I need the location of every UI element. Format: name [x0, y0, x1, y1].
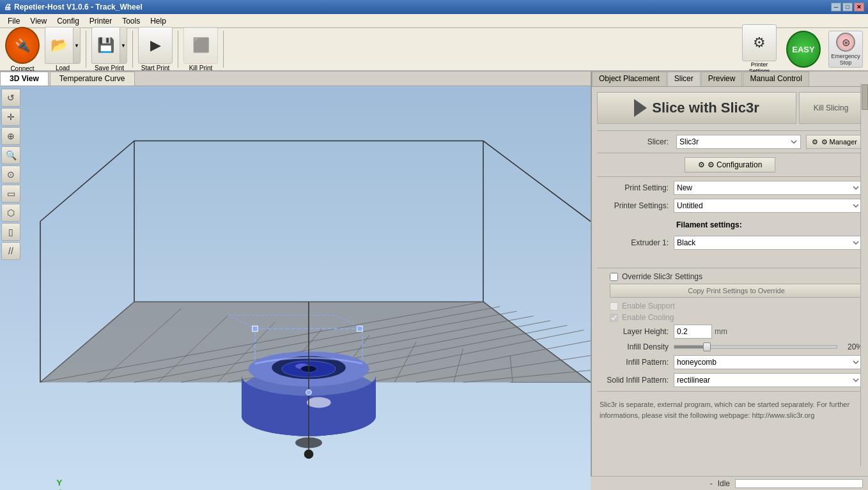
- printer-settings-icon: ⚙: [753, 34, 766, 51]
- title-bar-controls: ─ □ ✕: [831, 3, 864, 11]
- view-front-button[interactable]: ▯: [1, 223, 20, 241]
- slice-button[interactable]: Slice with Slic3r: [597, 92, 796, 124]
- view-3d-button[interactable]: ⬡: [1, 204, 20, 222]
- tab-3d-view[interactable]: 3D View: [0, 72, 49, 86]
- close-button[interactable]: ✕: [854, 3, 864, 11]
- filament-header-row: Filament settings:: [597, 217, 863, 232]
- start-print-button[interactable]: ▶: [138, 27, 173, 64]
- slider-thumb[interactable]: [703, 342, 711, 351]
- scrollbar[interactable]: [860, 83, 868, 466]
- config-gear-icon: ⚙: [698, 160, 705, 169]
- save-print-label: Save Print: [95, 65, 124, 72]
- connect-icon: 🔌: [15, 38, 31, 53]
- load-icon: 📂: [50, 37, 68, 54]
- manager-button[interactable]: ⚙ ⚙ Manager: [806, 135, 863, 149]
- grid-button[interactable]: //: [1, 242, 20, 260]
- copy-settings-row: Copy Print Settings to Override: [597, 284, 863, 298]
- connect-button[interactable]: 🔌: [5, 27, 40, 64]
- load-dropdown[interactable]: ▼: [73, 27, 81, 64]
- tab-temperature-curve[interactable]: Temperature Curve: [50, 72, 135, 86]
- layer-height-input-group: mm: [674, 325, 727, 339]
- layer-height-row: Layer Height: mm: [597, 325, 863, 339]
- slicer-select[interactable]: Slic3r: [676, 135, 801, 149]
- enable-support-row: Enable Support: [597, 302, 863, 310]
- infill-density-value: 20%: [840, 342, 863, 351]
- enable-cooling-checkbox[interactable]: [610, 314, 618, 322]
- override-checkbox[interactable]: [610, 273, 618, 281]
- side-tools: ↺ ✛ ⊕ 🔍 ⊙ ▭ ⬡ ▯ //: [1, 89, 20, 260]
- gear-icon: ⚙: [812, 138, 818, 146]
- zoom-fit-button[interactable]: ⊙: [1, 165, 20, 183]
- scrollbar-thumb[interactable]: [862, 84, 868, 110]
- minimize-button[interactable]: ─: [831, 3, 841, 11]
- view-2d-button[interactable]: ▭: [1, 185, 20, 203]
- infill-pattern-label: Infill Pattern:: [597, 358, 674, 367]
- easy-mode-button[interactable]: EASY: [786, 31, 821, 68]
- rotate-tool-button[interactable]: ⊕: [1, 127, 20, 145]
- start-icon: ▶: [150, 37, 161, 54]
- tab-slicer[interactable]: Slicer: [667, 72, 701, 86]
- enable-support-checkbox[interactable]: [610, 302, 618, 310]
- infill-pattern-select[interactable]: honeycomb rectilinear concentric: [674, 355, 863, 369]
- configuration-button[interactable]: ⚙ ⚙ Configuration: [685, 157, 776, 172]
- divider-1: [597, 130, 863, 131]
- printer-settings-button[interactable]: ⚙: [742, 24, 777, 61]
- emergency-stop-button[interactable]: ⊛ Emergency Stop: [828, 31, 863, 68]
- emergency-icon: ⊛: [836, 33, 855, 52]
- tab-object-placement[interactable]: Object Placement: [592, 72, 667, 86]
- svg-rect-33: [357, 326, 362, 331]
- enable-cooling-row: Enable Cooling: [597, 313, 863, 322]
- menu-tools[interactable]: Tools: [117, 15, 145, 27]
- load-button[interactable]: 📂: [45, 27, 73, 64]
- extruder1-select[interactable]: Black: [674, 236, 863, 250]
- viewport-container: ↺ ✛ ⊕ 🔍 ⊙ ▭ ⬡ ▯ //: [0, 86, 591, 490]
- view-tabs: 3D View Temperature Curve: [0, 72, 591, 86]
- maximize-button[interactable]: □: [842, 3, 853, 11]
- tab-manual-control[interactable]: Manual Control: [743, 72, 809, 86]
- menu-view[interactable]: View: [25, 15, 52, 27]
- save-split: 💾 ▼: [91, 27, 127, 64]
- menu-config[interactable]: Config: [52, 15, 84, 27]
- zoom-in-button[interactable]: 🔍: [1, 146, 20, 164]
- status-right: - Idle: [710, 479, 863, 488]
- menu-printer[interactable]: Printer: [84, 15, 117, 27]
- save-group: 💾 ▼ Save Print: [91, 31, 133, 68]
- layer-height-label: Layer Height:: [597, 327, 674, 336]
- copy-settings-button[interactable]: Copy Print Settings to Override: [610, 284, 863, 298]
- toolbar: 🔌 Connect 📂 ▼ Load 💾 ▼ Save Print: [0, 28, 868, 72]
- save-dropdown[interactable]: ▼: [120, 27, 127, 64]
- start-print-label: Start Print: [141, 65, 169, 72]
- load-group: 📂 ▼ Load: [45, 31, 86, 68]
- title-icon: 🖨: [4, 3, 12, 11]
- reset-view-button[interactable]: ↺: [1, 89, 20, 107]
- status-center: -: [710, 479, 713, 488]
- printer-settings-select[interactable]: Untitled: [674, 199, 863, 213]
- start-group: ▶ Start Print: [138, 31, 178, 68]
- configuration-label: ⚙ Configuration: [708, 160, 763, 169]
- override-row: Override Slic3r Settings: [597, 272, 863, 281]
- kill-slicing-button[interactable]: Kill Slicing: [799, 92, 863, 124]
- enable-cooling-label[interactable]: Enable Cooling: [622, 313, 674, 322]
- svg-point-44: [307, 397, 331, 408]
- divider-3: [597, 176, 863, 177]
- infill-density-slider[interactable]: [674, 345, 837, 349]
- move-tool-button[interactable]: ✛: [1, 108, 20, 126]
- slicer-content: Slice with Slic3r Kill Slicing Slicer: S…: [592, 87, 868, 476]
- tab-preview[interactable]: Preview: [701, 72, 743, 86]
- solid-infill-select[interactable]: rectilinear concentric: [674, 373, 863, 387]
- infill-density-row: Infill Density 20%: [597, 342, 863, 351]
- override-label[interactable]: Override Slic3r Settings: [622, 272, 702, 281]
- viewport[interactable]: X Y Z: [0, 86, 591, 490]
- menu-help[interactable]: Help: [145, 15, 171, 27]
- kill-print-button[interactable]: ⬛: [183, 27, 218, 64]
- layer-height-input[interactable]: [674, 325, 712, 339]
- enable-support-label[interactable]: Enable Support: [622, 302, 675, 310]
- left-panel: 3D View Temperature Curve ↺ ✛ ⊕ 🔍 ⊙ ▭ ⬡ …: [0, 72, 592, 476]
- divider-5: [597, 391, 863, 392]
- save-print-button[interactable]: 💾: [91, 27, 120, 64]
- main-area: 3D View Temperature Curve ↺ ✛ ⊕ 🔍 ⊙ ▭ ⬡ …: [0, 72, 868, 476]
- print-setting-row: Print Setting: New: [597, 181, 863, 195]
- menu-file[interactable]: File: [3, 15, 25, 27]
- print-setting-select[interactable]: New: [674, 181, 863, 195]
- manager-label: ⚙ Manager: [821, 138, 857, 146]
